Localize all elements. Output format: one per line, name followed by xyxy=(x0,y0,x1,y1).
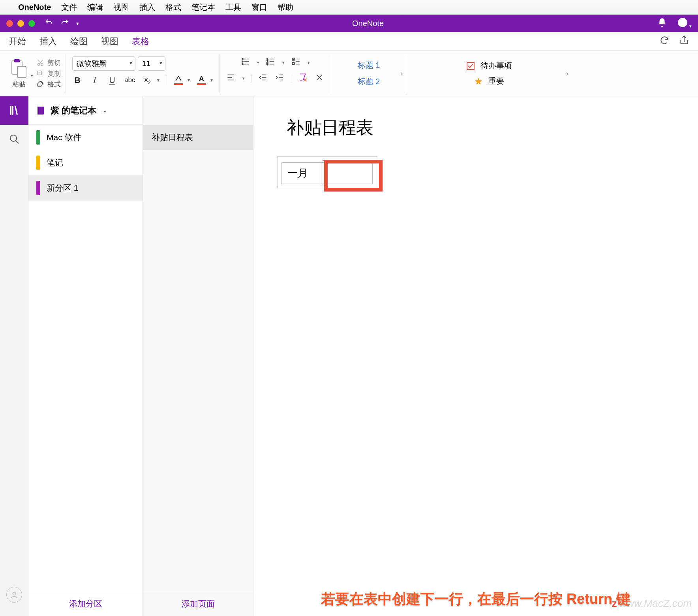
minimize-window-button[interactable] xyxy=(17,20,24,27)
section-item[interactable]: Mac 软件 xyxy=(28,125,143,150)
section-item[interactable]: 新分区 1 xyxy=(28,175,143,201)
notebooks-rail-button[interactable] xyxy=(0,96,28,125)
outdent-button[interactable] xyxy=(258,72,268,84)
section-color-tab xyxy=(36,181,40,195)
note-table[interactable]: 一月 xyxy=(281,162,373,184)
add-page-button[interactable]: 添加页面 xyxy=(143,591,253,616)
share-icon[interactable] xyxy=(679,35,689,48)
highlight-color-button[interactable] xyxy=(174,75,183,85)
font-size-select[interactable] xyxy=(138,56,165,71)
tag-important[interactable]: 重要 xyxy=(474,76,504,86)
menu-tools[interactable]: 工具 xyxy=(225,2,241,13)
chevron-right-icon[interactable]: › xyxy=(400,69,403,78)
chevron-right-icon[interactable]: › xyxy=(566,69,568,78)
pages-column: 补贴日程表 添加页面 xyxy=(143,96,253,616)
heading-1-option[interactable]: 标题 1 xyxy=(358,60,380,71)
svg-rect-4 xyxy=(14,59,20,62)
delete-button[interactable] xyxy=(314,72,325,84)
menubar-app-name[interactable]: OneNote xyxy=(18,3,51,12)
svg-point-0 xyxy=(678,18,687,27)
clipboard-icon xyxy=(10,58,28,79)
checklist-button[interactable] xyxy=(291,56,301,68)
subscript-button[interactable]: x2 xyxy=(142,75,152,85)
heading-2-option[interactable]: 标题 2 xyxy=(358,76,380,87)
svg-rect-17 xyxy=(293,62,295,64)
section-color-tab xyxy=(36,156,40,170)
menu-view[interactable]: 视图 xyxy=(113,2,129,13)
note-canvas[interactable]: 补贴日程表 •••• ◂▸ 一月 若要在表中创建下一行，在最后一行按 Retur… xyxy=(253,96,698,616)
sync-icon[interactable] xyxy=(659,35,670,48)
tab-table[interactable]: 表格 xyxy=(132,36,149,47)
svg-point-20 xyxy=(13,592,15,595)
ribbon-toolbar: 粘贴 ▾ 剪切 复制 格式 B I U abc x2▾ ▾ A▾ ▾ 123▾ … xyxy=(0,51,698,96)
tab-home[interactable]: 开始 xyxy=(9,36,26,47)
numbering-button[interactable]: 123 xyxy=(266,56,276,68)
headings-group[interactable]: 标题 1 标题 2 › xyxy=(331,54,406,93)
svg-point-11 xyxy=(242,61,243,62)
section-item[interactable]: 笔记 xyxy=(28,150,143,175)
page-item[interactable]: 补贴日程表 xyxy=(143,125,253,150)
tab-insert[interactable]: 插入 xyxy=(39,36,57,47)
bold-button[interactable]: B xyxy=(72,75,83,85)
tab-view[interactable]: 视图 xyxy=(101,36,118,47)
search-rail-button[interactable] xyxy=(0,125,28,153)
menu-help[interactable]: 帮助 xyxy=(278,2,293,13)
sections-column: 紫 的笔记本 ⌄ Mac 软件 笔记 新分区 1 添加分区 xyxy=(28,96,143,616)
table-resize-icon[interactable]: ◂▸ xyxy=(369,158,374,163)
watermark: zwww.MacZ.com xyxy=(612,597,692,610)
star-icon xyxy=(474,77,483,86)
notifications-icon[interactable] xyxy=(657,17,667,29)
paragraph-group: ▾ 123▾ ▾ ▾ xyxy=(220,54,331,93)
checkbox-icon xyxy=(466,62,475,70)
menu-notebook[interactable]: 笔记本 xyxy=(191,2,215,13)
svg-text:3: 3 xyxy=(267,62,268,66)
svg-point-1 xyxy=(681,21,682,22)
table-container[interactable]: •••• ◂▸ 一月 xyxy=(277,156,377,188)
left-rail xyxy=(0,96,28,616)
zoom-window-button[interactable] xyxy=(28,20,35,27)
undo-button[interactable] xyxy=(45,18,53,28)
notebook-name: 紫 的笔记本 xyxy=(51,105,96,116)
bullets-button[interactable] xyxy=(240,56,251,68)
notebook-icon xyxy=(36,105,46,116)
account-smiley-icon[interactable]: ▾ xyxy=(677,17,692,29)
clipboard-group: 粘贴 ▾ 剪切 复制 格式 xyxy=(6,54,66,93)
paste-button[interactable]: 粘贴 xyxy=(10,58,28,89)
align-button[interactable] xyxy=(226,72,236,84)
font-color-button[interactable]: A xyxy=(197,75,206,85)
menu-edit[interactable]: 编辑 xyxy=(87,2,103,13)
font-name-select[interactable] xyxy=(72,56,135,71)
indent-button[interactable] xyxy=(274,72,285,84)
section-color-tab xyxy=(36,130,40,145)
paste-dropdown-icon[interactable]: ▾ xyxy=(31,73,33,78)
table-grip-icon[interactable]: •••• xyxy=(323,158,332,163)
tag-todo[interactable]: 待办事项 xyxy=(466,60,512,71)
menu-file[interactable]: 文件 xyxy=(61,2,77,13)
close-window-button[interactable] xyxy=(6,20,13,27)
svg-point-2 xyxy=(683,21,684,22)
toolbar-dropdown-icon[interactable]: ▾ xyxy=(76,21,79,26)
redo-button[interactable] xyxy=(60,18,69,28)
svg-point-10 xyxy=(242,58,243,60)
menu-window[interactable]: 窗口 xyxy=(251,2,267,13)
tab-draw[interactable]: 绘图 xyxy=(70,36,88,47)
format-painter-button[interactable]: 格式 xyxy=(36,80,61,89)
underline-button[interactable]: U xyxy=(107,75,117,85)
font-group: B I U abc x2▾ ▾ A▾ xyxy=(66,54,220,93)
italic-button[interactable]: I xyxy=(90,75,100,85)
table-cell[interactable] xyxy=(321,163,373,184)
add-section-button[interactable]: 添加分区 xyxy=(28,591,143,616)
clear-formatting-button[interactable] xyxy=(298,72,308,84)
strikethrough-button[interactable]: abc xyxy=(124,76,135,84)
table-cell[interactable]: 一月 xyxy=(282,163,321,184)
page-title[interactable]: 补贴日程表 xyxy=(287,116,373,139)
svg-rect-5 xyxy=(17,66,26,77)
svg-rect-8 xyxy=(39,72,43,76)
menu-format[interactable]: 格式 xyxy=(165,2,181,13)
notebook-header[interactable]: 紫 的笔记本 ⌄ xyxy=(28,96,143,125)
main-area: 紫 的笔记本 ⌄ Mac 软件 笔记 新分区 1 添加分区 补贴日程表 添加页面… xyxy=(0,96,698,616)
user-avatar[interactable] xyxy=(6,587,22,603)
menu-insert[interactable]: 插入 xyxy=(139,2,155,13)
table-row: 一月 xyxy=(282,163,373,184)
tags-group[interactable]: 待办事项 重要 › xyxy=(406,54,572,93)
